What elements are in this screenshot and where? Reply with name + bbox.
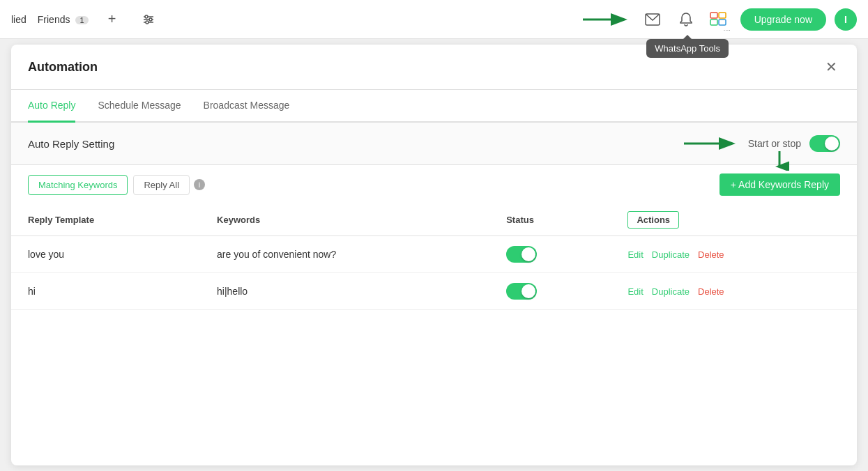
col-actions: Actions [611,204,857,236]
top-bar: lied Friends 1 + [0,0,868,39]
edit-link-0[interactable]: Edit [627,249,643,260]
toggle-thumb-1 [521,284,535,298]
svg-point-5 [146,21,149,24]
auto-reply-setting-label: Auto Reply Setting [28,138,114,150]
tab-broadcast-message[interactable]: Broadcast Message [204,90,290,123]
svg-rect-10 [719,13,726,18]
tab-friends[interactable]: Friends 1 [38,11,89,28]
modal-tabs: Auto Reply Schedule Message Broadcast Me… [11,90,857,123]
toggle-thumb-0 [521,247,535,261]
cell-status-0 [489,236,611,273]
whatsapp-tooltip: WhatsApp Tools [646,39,729,58]
whatsapp-tools-icon [710,12,729,27]
svg-rect-12 [719,20,726,25]
tab-schedule-message[interactable]: Schedule Message [98,90,181,123]
filter-left: Matching Keywords Reply All i [28,175,205,195]
cell-actions-1: Edit Duplicate Delete [611,273,857,310]
auto-reply-setting-bar: Auto Reply Setting Start or stop [11,123,857,165]
modal-body: Auto Reply Setting Start or stop [11,123,857,310]
whatsapp-tools-button[interactable]: ···· [707,7,732,32]
toggle-track [809,135,840,152]
add-tab-button[interactable]: + [100,7,125,32]
action-links-1: Edit Duplicate Delete [627,286,840,297]
row-toggle-1[interactable] [506,283,594,300]
svg-rect-9 [710,13,717,18]
keywords-table: Reply Template Keywords Status Actions [11,204,857,310]
mail-icon [645,13,660,26]
bell-icon [679,12,693,27]
svg-point-4 [149,18,152,21]
duplicate-link-0[interactable]: Duplicate [652,249,690,260]
filter-icon-button[interactable] [136,7,161,32]
info-icon[interactable]: i [194,179,205,190]
upgrade-button[interactable]: Upgrade now [740,8,826,31]
sliders-icon [142,13,155,26]
top-bar-icons: ···· WhatsApp Tools Upgrade now I [583,7,857,32]
table-row: love you are you of convenient now? Edit [11,236,857,273]
toggle-thumb [825,137,839,150]
add-btn-container: + Add Keywords Reply [719,173,840,196]
bell-icon-button[interactable] [673,7,699,32]
arrow-down-add-icon [770,151,789,171]
user-avatar: I [835,8,857,31]
col-status: Status [489,204,611,236]
tab-auto-reply[interactable]: Auto Reply [28,90,75,123]
filter-bar: Matching Keywords Reply All i + Add Key [11,165,857,204]
delete-link-0[interactable]: Delete [698,249,724,260]
svg-rect-11 [710,20,717,25]
svg-point-3 [145,15,148,18]
arrow-right-setting-icon [684,134,740,153]
cell-actions-0: Edit Duplicate Delete [611,236,857,273]
matching-keywords-button[interactable]: Matching Keywords [28,175,128,195]
col-reply-template: Reply Template [11,204,200,236]
cell-keywords-1: hi|hello [200,273,489,310]
duplicate-link-1[interactable]: Duplicate [652,286,690,297]
mail-icon-button[interactable] [640,7,665,32]
modal-title: Automation [28,60,98,75]
friends-badge: 1 [75,16,88,24]
arrow-right-icon [583,10,632,29]
delete-link-1[interactable]: Delete [698,286,724,297]
close-button[interactable]: ✕ [823,56,840,78]
col-keywords: Keywords [200,204,489,236]
add-keywords-reply-button[interactable]: + Add Keywords Reply [719,173,840,196]
top-bar-left: lied Friends 1 + [11,7,572,32]
toggle-track-1 [506,283,537,300]
toggle-track-0 [506,246,537,263]
table-row: hi hi|hello Edit Duplicate [11,273,857,310]
modal-header: Automation ✕ [11,45,857,90]
cell-status-1 [489,273,611,310]
tab-lied[interactable]: lied [11,11,26,28]
row-toggle-0[interactable] [506,246,594,263]
action-links-0: Edit Duplicate Delete [627,249,840,260]
edit-link-1[interactable]: Edit [627,286,643,297]
setting-right: Start or stop [684,134,840,153]
automation-modal: Automation ✕ Auto Reply Schedule Message… [11,45,857,465]
cell-reply-template-0: love you [11,236,200,273]
reply-all-button[interactable]: Reply All [133,175,190,195]
cell-keywords-0: are you of convenient now? [200,236,489,273]
cell-reply-template-1: hi [11,273,200,310]
start-stop-label: Start or stop [748,138,801,149]
auto-reply-toggle[interactable] [809,135,840,152]
